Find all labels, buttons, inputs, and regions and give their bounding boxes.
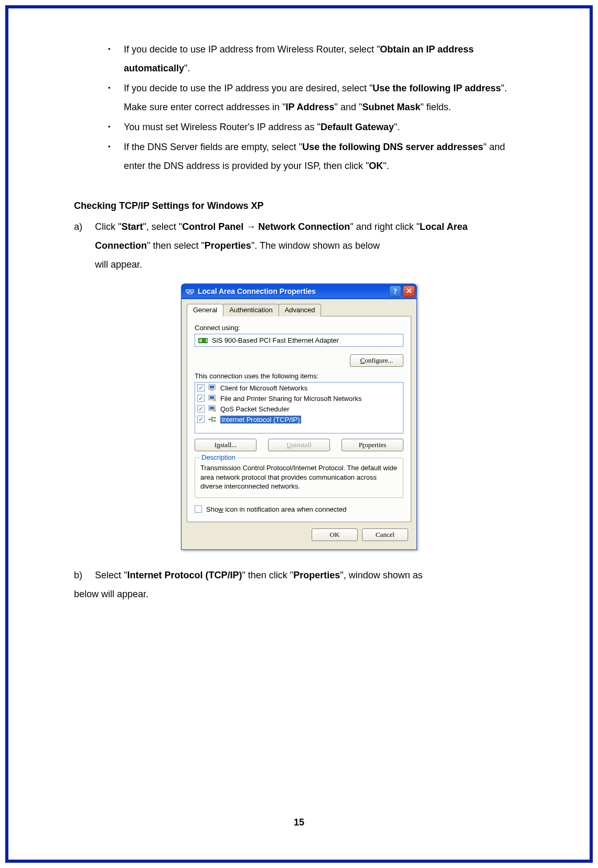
tab-general[interactable]: General <box>187 304 223 316</box>
close-button[interactable]: ✕ <box>403 285 415 297</box>
uses-items-label: This connection uses the following items… <box>195 372 403 380</box>
section-heading: Checking TCP/IP Settings for Windows XP <box>74 196 524 215</box>
svg-point-10 <box>213 398 216 401</box>
svg-point-16 <box>215 420 216 422</box>
document-body: • If you decide to use IP address from W… <box>8 8 590 624</box>
list-item-selected[interactable]: Internet Protocol (TCP/IP) <box>195 414 403 425</box>
configure-button[interactable]: CConfigure...onfigure... <box>350 354 403 367</box>
description-group: Description Transmission Control Protoco… <box>195 458 403 498</box>
xp-dialog: Local Area Connection Properties ? ✕ Gen… <box>181 283 417 550</box>
tab-strip: General Authentication Advanced <box>187 304 411 316</box>
step-b-cont: below will appear. <box>74 585 524 604</box>
checkbox-icon[interactable] <box>197 395 205 402</box>
svg-rect-4 <box>206 339 207 342</box>
service-icon <box>208 405 217 413</box>
svg-rect-7 <box>210 390 213 391</box>
uninstall-button: Uninstall <box>268 439 330 451</box>
help-button[interactable]: ? <box>389 285 401 297</box>
svg-rect-0 <box>186 290 189 292</box>
dialog-title: Local Area Connection Properties <box>198 287 388 296</box>
bullet-list: • If you decide to use IP address from W… <box>74 40 524 175</box>
svg-rect-6 <box>210 386 214 388</box>
svg-point-14 <box>209 419 210 420</box>
description-text: Transmission Control Protocol/Internet P… <box>200 463 398 491</box>
checkbox-icon[interactable] <box>197 416 205 423</box>
step-b: b) Select "Internet Protocol (TCP/IP)" t… <box>74 566 524 585</box>
bullet-dot: • <box>108 40 124 78</box>
step-a: a) Click "Start", select "Control Panel … <box>74 217 524 255</box>
bullet-dot: • <box>108 137 124 175</box>
properties-button[interactable]: Properties <box>341 439 403 451</box>
service-icon <box>208 394 217 403</box>
svg-rect-12 <box>210 407 214 409</box>
nic-icon <box>198 337 209 344</box>
ok-button[interactable]: OK <box>312 528 358 541</box>
connect-using-label: Connect using: <box>195 324 403 332</box>
install-button[interactable]: Install... <box>195 439 257 451</box>
page-number: 15 <box>8 817 590 828</box>
svg-point-15 <box>215 417 216 419</box>
list-item[interactable]: QoS Packet Scheduler <box>195 404 403 414</box>
svg-rect-1 <box>190 290 194 292</box>
items-listbox[interactable]: Client for Microsoft Networks File and P… <box>195 382 403 433</box>
show-icon-label: Show icon in notification area when conn… <box>206 505 346 514</box>
dialog-titlebar[interactable]: Local Area Connection Properties ? ✕ <box>181 283 417 299</box>
cancel-button[interactable]: Cancel <box>362 528 408 541</box>
step-label: b) <box>74 566 95 585</box>
tab-panel-general: Connect using: SiS 900-Based PCI Fast Et… <box>187 316 411 523</box>
svg-point-13 <box>213 409 216 412</box>
list-item[interactable]: File and Printer Sharing for Microsoft N… <box>195 393 403 404</box>
bullet-item: • If you decide to use the IP address yo… <box>108 79 524 117</box>
svg-rect-9 <box>210 396 214 399</box>
adapter-field[interactable]: SiS 900-Based PCI Fast Ethernet Adapter <box>195 334 403 347</box>
connection-icon <box>185 287 195 296</box>
client-icon <box>208 384 217 392</box>
checkbox-icon[interactable] <box>197 405 205 412</box>
bullet-item: • If you decide to use IP address from W… <box>108 40 524 78</box>
checkbox-icon[interactable] <box>197 384 205 391</box>
step-a-cont: will appear. <box>74 255 524 274</box>
description-legend: Description <box>199 453 238 462</box>
tab-advanced[interactable]: Advanced <box>279 304 322 316</box>
svg-rect-3 <box>199 339 202 342</box>
bullet-dot: • <box>108 79 124 117</box>
checkbox-icon[interactable] <box>195 505 202 513</box>
bullet-item: • You must set Wireless Router's IP addr… <box>108 118 524 136</box>
bullet-item: • If the DNS Server fields are empty, se… <box>108 137 524 175</box>
list-item[interactable]: Client for Microsoft Networks <box>195 383 403 393</box>
adapter-name: SiS 900-Based PCI Fast Ethernet Adapter <box>212 336 339 345</box>
bullet-dot: • <box>108 118 124 136</box>
tab-authentication[interactable]: Authentication <box>223 304 279 316</box>
protocol-icon <box>208 415 217 424</box>
show-icon-row[interactable]: Show icon in notification area when conn… <box>195 505 403 514</box>
step-label: a) <box>74 217 95 255</box>
